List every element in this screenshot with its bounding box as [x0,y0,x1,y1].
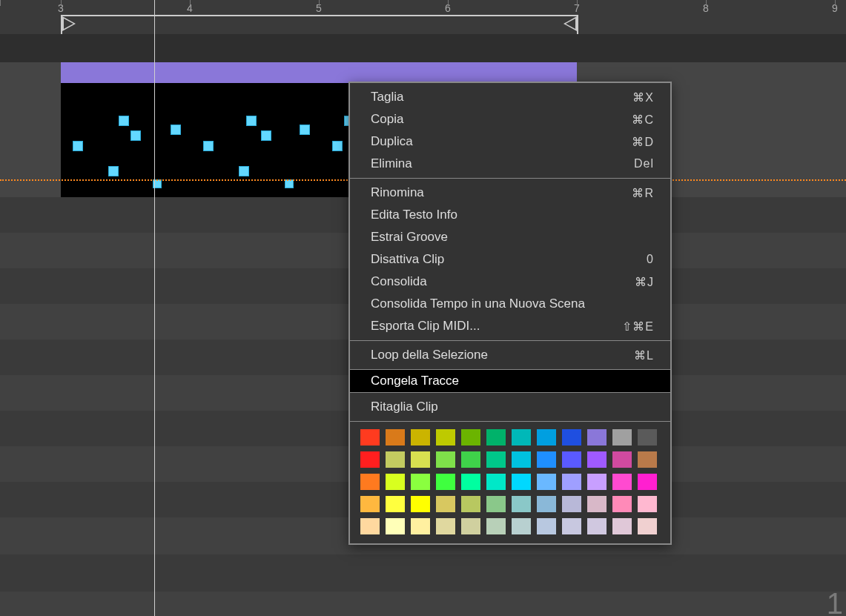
color-swatch[interactable] [486,496,506,512]
playhead[interactable] [154,0,155,616]
color-swatch[interactable] [562,429,581,446]
color-swatch[interactable] [436,518,455,534]
color-swatch[interactable] [486,451,506,468]
color-swatch[interactable] [360,429,380,446]
midi-note[interactable] [300,125,310,135]
color-swatch-grid [350,422,670,543]
arrangement-view: 3 4 5 6 7 8 9 [0,0,846,616]
loop-brace[interactable] [61,15,578,36]
color-swatch[interactable] [562,518,581,534]
color-swatch[interactable] [512,451,531,468]
menu-item-loop-selection[interactable]: Loop della Selezione⌘L [350,344,670,366]
color-swatch[interactable] [411,451,430,468]
color-swatch[interactable] [512,429,531,446]
midi-note[interactable] [332,141,343,151]
menu-item-freeze-track[interactable]: Congela Tracce [350,370,670,392]
midi-note[interactable] [119,116,129,126]
midi-note[interactable] [239,166,249,176]
clip-context-menu: Taglia⌘X Copia⌘C Duplica⌘D EliminaDel Ri… [348,82,672,545]
color-swatch[interactable] [360,496,380,512]
color-swatch[interactable] [386,429,405,446]
midi-note[interactable] [203,141,214,151]
scene-strip [0,34,846,62]
color-swatch[interactable] [562,474,581,490]
color-swatch[interactable] [512,474,531,490]
color-swatch[interactable] [587,474,607,490]
color-swatch[interactable] [411,496,430,512]
color-swatch[interactable] [461,451,480,468]
color-swatch[interactable] [436,451,455,468]
loop-start-marker[interactable] [62,16,76,31]
color-swatch[interactable] [411,474,430,490]
midi-note[interactable] [171,125,181,135]
color-swatch[interactable] [638,451,657,468]
color-swatch[interactable] [537,474,556,490]
menu-item-deactivate-clip[interactable]: Disattiva Clip0 [350,248,670,271]
color-swatch[interactable] [461,429,480,446]
color-swatch[interactable] [638,496,657,512]
color-swatch[interactable] [386,518,405,534]
color-swatch[interactable] [638,429,657,446]
color-swatch[interactable] [461,518,480,534]
menu-item-consolidate-scene[interactable]: Consolida Tempo in una Nuova Scena [350,293,670,315]
color-swatch[interactable] [411,518,430,534]
midi-note[interactable] [73,141,83,151]
color-swatch[interactable] [612,451,632,468]
color-swatch[interactable] [486,518,506,534]
color-swatch[interactable] [486,429,506,446]
color-swatch[interactable] [638,518,657,534]
color-swatch[interactable] [436,474,455,490]
color-swatch[interactable] [612,518,632,534]
color-swatch[interactable] [360,474,380,490]
color-swatch[interactable] [386,451,405,468]
color-swatch[interactable] [587,429,607,446]
color-swatch[interactable] [537,429,556,446]
color-swatch[interactable] [360,518,380,534]
color-swatch[interactable] [612,496,632,512]
corner-number: 1 [827,587,843,616]
clip-header[interactable] [61,62,577,83]
color-swatch[interactable] [537,518,556,534]
color-swatch[interactable] [612,429,632,446]
color-swatch[interactable] [461,474,480,490]
color-swatch[interactable] [537,451,556,468]
color-swatch[interactable] [461,496,480,512]
menu-item-export-midi[interactable]: Esporta Clip MIDI...⇧⌘E [350,315,670,337]
menu-item-rename[interactable]: Rinomina⌘R [350,182,670,204]
menu-item-extract-groove[interactable]: Estrai Groove [350,226,670,248]
color-swatch[interactable] [587,496,607,512]
color-swatch[interactable] [638,474,657,490]
color-swatch[interactable] [537,496,556,512]
color-swatch[interactable] [512,496,531,512]
midi-note[interactable] [261,130,271,141]
menu-item-delete[interactable]: EliminaDel [350,153,670,175]
menu-item-copy[interactable]: Copia⌘C [350,108,670,130]
color-swatch[interactable] [612,474,632,490]
color-swatch[interactable] [436,429,455,446]
timeline-ruler[interactable]: 3 4 5 6 7 8 9 [0,0,846,34]
color-swatch[interactable] [386,474,405,490]
color-swatch[interactable] [411,429,430,446]
menu-item-cut[interactable]: Taglia⌘X [350,86,670,108]
color-swatch[interactable] [360,451,380,468]
color-swatch[interactable] [587,451,607,468]
color-swatch[interactable] [512,518,531,534]
menu-item-edit-info[interactable]: Edita Testo Info [350,204,670,226]
color-swatch[interactable] [486,474,506,490]
menu-item-duplicate[interactable]: Duplica⌘D [350,130,670,153]
color-swatch[interactable] [562,451,581,468]
color-swatch[interactable] [386,496,405,512]
color-swatch[interactable] [587,518,607,534]
loop-end-marker[interactable] [564,16,577,31]
menu-item-consolidate[interactable]: Consolida⌘J [350,271,670,293]
menu-item-crop-clip[interactable]: Ritaglia Clip [350,396,670,418]
midi-note[interactable] [130,130,141,141]
midi-note[interactable] [246,116,257,126]
color-swatch[interactable] [436,496,455,512]
color-swatch[interactable] [562,496,581,512]
midi-note[interactable] [108,166,119,176]
